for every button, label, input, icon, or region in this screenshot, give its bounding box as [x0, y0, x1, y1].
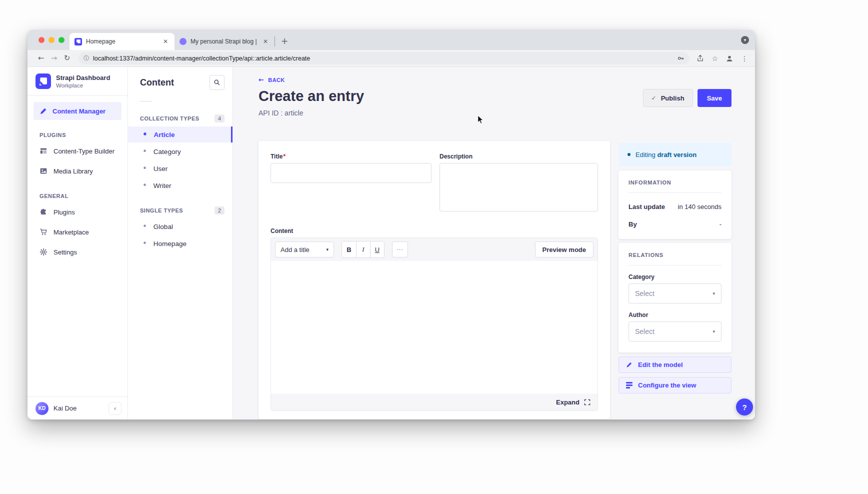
underline-button[interactable]: U — [370, 242, 384, 258]
url-text: localhost:1337/admin/content-manager/col… — [93, 55, 677, 62]
subnav-item-label: User — [154, 165, 168, 172]
bullet-icon: • — [142, 240, 147, 248]
check-icon: ✓ — [652, 95, 656, 101]
tab-search-button[interactable]: ▾ — [741, 36, 749, 44]
minimize-window-button[interactable] — [48, 37, 54, 43]
back-nav-button[interactable]: ← — [34, 54, 48, 62]
heading-select-value: Add a title — [280, 246, 310, 254]
close-tab-icon[interactable]: ✕ — [262, 38, 270, 44]
sidebar-item-label: Marketplace — [54, 228, 89, 236]
description-field-label: Description — [440, 153, 598, 160]
expand-icon[interactable] — [584, 399, 590, 406]
sidebar-item-content-type-builder[interactable]: Content-Type Builder — [28, 141, 128, 161]
sidebar-section-general: GENERAL — [40, 193, 128, 199]
content-sidebar: Content COLLECTION TYPES 4 • Article • — [128, 67, 233, 420]
category-select[interactable]: Select ▾ — [628, 284, 722, 304]
expand-label: Expand — [556, 398, 580, 406]
reload-button[interactable]: ↻ — [60, 54, 74, 62]
editor-footer: Expand — [271, 394, 598, 410]
bullet-icon: • — [142, 165, 147, 172]
main-content: ← BACK Create an entry API ID : article … — [233, 67, 755, 420]
tab-homepage[interactable]: Homepage ✕ — [70, 33, 174, 50]
close-tab-icon[interactable]: ✕ — [162, 38, 170, 44]
close-window-button[interactable] — [38, 37, 44, 43]
page-info-icon[interactable]: ⓘ — [84, 56, 89, 61]
subnav-item-global[interactable]: • Global — [128, 218, 232, 234]
chevron-down-icon: ▾ — [326, 248, 328, 252]
address-bar[interactable]: ⓘ localhost:1337/admin/content-manager/c… — [78, 52, 690, 64]
workspace-brand[interactable]: Strapi Dashboard Workplace — [28, 67, 128, 96]
italic-button[interactable]: I — [356, 242, 370, 258]
bookmark-star-icon[interactable]: ☆ — [712, 55, 718, 62]
title-input[interactable] — [270, 163, 432, 183]
single-types-count-badge: 2 — [214, 206, 224, 214]
strapi-favicon-icon — [74, 38, 82, 46]
more-formatting-button[interactable]: ... — [392, 242, 408, 258]
sidebar-item-plugins[interactable]: Plugins — [28, 202, 128, 222]
collapse-sidebar-button[interactable]: ‹ — [108, 402, 122, 415]
description-textarea[interactable] — [440, 163, 598, 212]
configure-view-label: Configure the view — [638, 382, 696, 389]
editor-text-area[interactable] — [271, 261, 598, 394]
tab-title: Homepage — [86, 38, 158, 45]
edit-model-button[interactable]: Edit the model — [618, 356, 732, 373]
bold-button[interactable]: B — [342, 242, 356, 258]
subnav-item-label: Article — [154, 131, 175, 138]
save-button[interactable]: Save — [698, 89, 732, 107]
search-button[interactable] — [210, 75, 224, 90]
profile-avatar-icon[interactable] — [726, 54, 734, 62]
subnav-item-label: Global — [154, 223, 173, 230]
browser-toolbar: ← → ↻ ⓘ localhost:1337/admin/content-man… — [28, 50, 755, 67]
subnav-item-label: Writer — [154, 182, 172, 190]
chevron-down-icon: ▾ — [712, 292, 715, 296]
browser-tab-strip: Homepage ✕ My personal Strapi blog | Str… — [28, 30, 755, 50]
subnav-item-category[interactable]: • Category — [128, 144, 232, 160]
window-controls — [38, 37, 64, 43]
key-icon[interactable] — [677, 54, 684, 62]
pencil-icon — [626, 362, 632, 368]
zoom-window-button[interactable] — [58, 37, 64, 43]
subnav-item-label: Homepage — [154, 240, 186, 248]
forward-nav-button[interactable]: → — [48, 54, 60, 62]
collection-types-label: COLLECTION TYPES — [140, 116, 200, 122]
editor-toolbar: Add a title ▾ B I U ... Preview mode — [271, 238, 598, 261]
subnav-item-writer[interactable]: • Writer — [128, 178, 232, 194]
draft-version-notice: Editing draft version — [618, 142, 732, 166]
subnav-item-article[interactable]: • Article — [128, 126, 232, 142]
sidebar-user-row: KD Kai Doe ‹ — [28, 396, 128, 420]
user-avatar: KD — [36, 402, 48, 415]
configure-view-button[interactable]: Configure the view — [618, 377, 732, 394]
subnav-item-homepage[interactable]: • Homepage — [128, 236, 232, 252]
author-select[interactable]: Select ▾ — [628, 322, 722, 342]
browser-window: Homepage ✕ My personal Strapi blog | Str… — [28, 30, 755, 420]
page-title: Create an entry — [258, 88, 364, 104]
sidebar-item-label: Settings — [54, 248, 77, 256]
help-button[interactable]: ? — [736, 398, 753, 416]
new-tab-button[interactable]: + — [281, 37, 288, 46]
tab-blog[interactable]: My personal Strapi blog | Strap ✕ — [174, 33, 274, 50]
save-button-label: Save — [707, 94, 722, 102]
browser-menu-icon[interactable]: ⋮ — [741, 55, 748, 62]
side-panel: Editing draft version INFORMATION Last u… — [618, 142, 732, 394]
subnav-item-user[interactable]: • User — [128, 160, 232, 176]
info-row-by: By - — [628, 220, 722, 228]
sidebar-item-marketplace[interactable]: Marketplace — [28, 222, 128, 242]
sidebar-item-settings[interactable]: Settings — [28, 242, 128, 262]
sidebar-item-media-library[interactable]: Media Library — [28, 161, 128, 181]
preview-mode-button[interactable]: Preview mode — [535, 242, 594, 258]
sidebar-section-plugins: PLUGINS — [40, 132, 128, 138]
publish-button[interactable]: ✓ Publish — [643, 89, 693, 107]
share-icon[interactable] — [696, 54, 704, 62]
layout-icon — [40, 147, 48, 155]
draft-notice-text: Editing draft version — [636, 151, 696, 158]
sidebar-item-content-manager[interactable]: Content Manager — [34, 102, 122, 120]
heading-select[interactable]: Add a title ▾ — [275, 242, 334, 258]
single-types-label: SINGLE TYPES — [140, 208, 183, 214]
strapi-admin-app: Strapi Dashboard Workplace Content Manag… — [28, 67, 755, 420]
back-link[interactable]: ← BACK — [258, 76, 285, 83]
search-icon — [214, 79, 220, 86]
workspace-name: Strapi Dashboard — [56, 74, 110, 82]
divider — [628, 265, 722, 266]
sidebar-item-label: Content-Type Builder — [54, 148, 114, 155]
tab-separator — [274, 36, 275, 46]
